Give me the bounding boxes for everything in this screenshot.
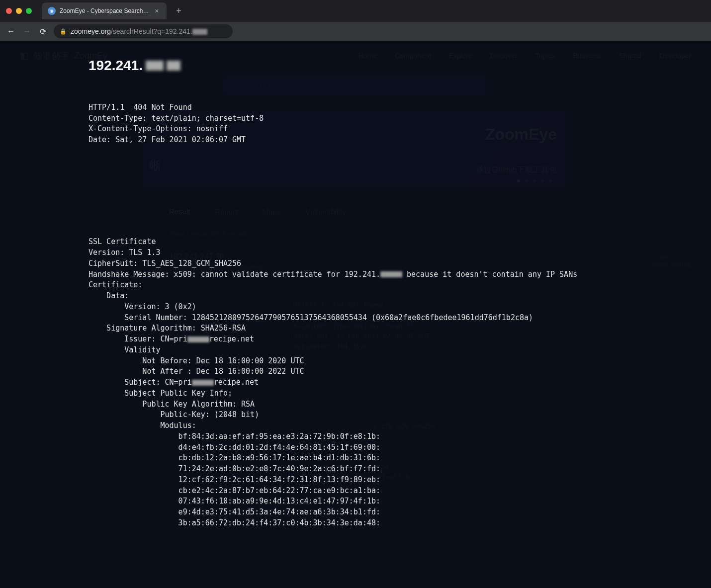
- issuer-line: Issuer: CN=prirecipe.net: [89, 335, 254, 343]
- result-detail-modal: 192.241. HTTP/1.1 404 Not Found Content-…: [89, 58, 681, 539]
- minimize-window-button[interactable]: [16, 8, 22, 14]
- modal-ip-heading: 192.241.: [89, 58, 681, 74]
- reload-button[interactable]: ⟳: [38, 27, 48, 36]
- maximize-window-button[interactable]: [26, 8, 32, 14]
- browser-chrome: ◉ ZoomEye - Cyberspace Search… × + ← → ⟳…: [0, 0, 711, 41]
- url-path: /searchResult?q=192.241.: [111, 27, 192, 35]
- close-tab-button[interactable]: ×: [153, 7, 161, 15]
- lock-icon: 🔒: [60, 28, 67, 35]
- handshake-line: Handshake Message: x509: cannot validate…: [89, 270, 577, 279]
- redacted-segment: [192, 380, 214, 386]
- close-window-button[interactable]: [6, 8, 12, 14]
- address-bar[interactable]: 🔒 zoomeye.org/searchResult?q=192.241.: [54, 24, 233, 38]
- redacted-segment: [146, 61, 164, 71]
- redacted-segment: [192, 29, 207, 35]
- tab-title: ZoomEye - Cyberspace Search…: [60, 7, 149, 14]
- tab-favicon-icon: ◉: [48, 7, 56, 15]
- forward-button[interactable]: →: [22, 27, 32, 36]
- redacted-segment: [167, 61, 180, 71]
- tab-bar: ◉ ZoomEye - Cyberspace Search… × +: [0, 0, 711, 22]
- ip-prefix: 192.241.: [89, 58, 143, 74]
- redacted-segment: [380, 271, 402, 277]
- subject-line: Subject: CN=prirecipe.net: [89, 378, 259, 387]
- ssl-certificate-block: SSL Certificate Version: TLS 1.3 CipherS…: [89, 226, 681, 540]
- redacted-segment: [187, 336, 209, 342]
- browser-tab[interactable]: ◉ ZoomEye - Cyberspace Search… ×: [42, 2, 167, 19]
- url-domain: zoomeye.org: [71, 27, 111, 35]
- toolbar: ← → ⟳ 🔒 zoomeye.org/searchResult?q=192.2…: [0, 22, 711, 41]
- new-tab-button[interactable]: +: [173, 6, 184, 16]
- window-controls: [6, 8, 32, 14]
- url-text: zoomeye.org/searchResult?q=192.241.: [71, 27, 207, 35]
- back-button[interactable]: ←: [6, 27, 16, 36]
- http-response-block: HTTP/1.1 404 Not Found Content-Type: tex…: [89, 91, 681, 157]
